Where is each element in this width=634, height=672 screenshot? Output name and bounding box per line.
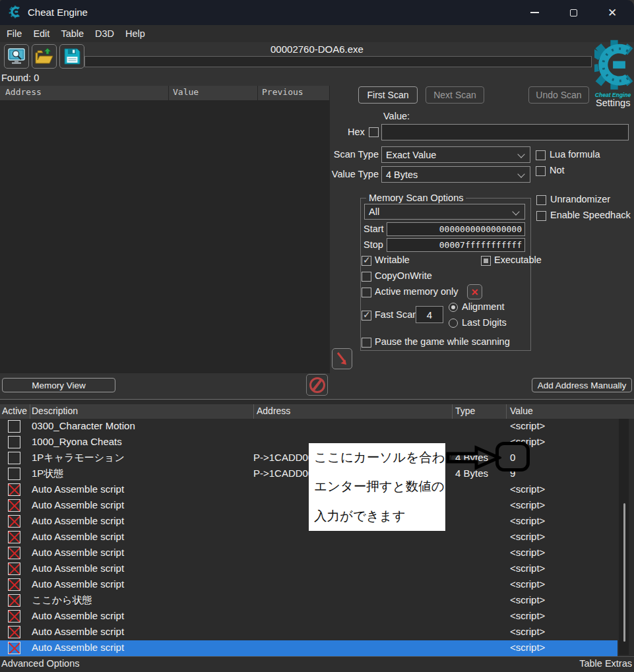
- annotation-highlight-ring: [495, 442, 530, 472]
- table-row[interactable]: Auto Assemble script<script>: [0, 530, 634, 545]
- unrandomizer-checkbox[interactable]: [536, 195, 546, 205]
- scan-type-dropdown[interactable]: Exact Value: [381, 146, 530, 163]
- found-column-address[interactable]: Address: [5, 87, 42, 97]
- active-memory-only-checkbox[interactable]: [362, 288, 371, 297]
- table-row[interactable]: Auto Assemble script<script>: [0, 561, 634, 577]
- found-column-previous[interactable]: Previous: [262, 87, 303, 97]
- column-divider: [506, 404, 507, 419]
- table-column-active[interactable]: Active: [2, 406, 27, 416]
- start-address-input[interactable]: [387, 222, 525, 236]
- table-row[interactable]: ここから状態<script>: [0, 593, 634, 609]
- fast-scan-alignment-input[interactable]: [416, 306, 443, 323]
- add-to-address-list-button[interactable]: [332, 348, 352, 369]
- active-checkbox-empty[interactable]: [8, 468, 20, 480]
- active-checkbox-crossed[interactable]: [8, 483, 20, 496]
- select-process-button[interactable]: [4, 44, 29, 69]
- writable-checkbox[interactable]: [362, 256, 371, 266]
- advanced-options-link[interactable]: Advanced Options: [1, 658, 80, 669]
- deactivate-info-button[interactable]: ✕: [467, 284, 482, 299]
- active-checkbox-crossed[interactable]: [8, 626, 20, 638]
- add-address-manually-button[interactable]: Add Address Manually: [532, 378, 632, 392]
- table-row[interactable]: Auto Assemble script<script>: [0, 625, 634, 640]
- not-checkbox[interactable]: [536, 166, 546, 176]
- fast-scan-checkbox[interactable]: [362, 311, 371, 321]
- lua-formula-checkbox[interactable]: [536, 150, 546, 160]
- row-description: Auto Assemble script: [32, 483, 124, 495]
- enable-speedhack-checkbox[interactable]: [536, 211, 546, 221]
- active-checkbox-crossed[interactable]: [8, 578, 20, 591]
- row-value: <script>: [510, 499, 545, 510]
- found-column-value[interactable]: Value: [173, 87, 199, 97]
- row-description: Auto Assemble script: [32, 642, 124, 653]
- scan-progress-bar: [84, 56, 592, 67]
- active-memory-only-label: Active memory only: [375, 286, 459, 297]
- active-checkbox-empty[interactable]: [8, 452, 20, 464]
- not-label: Not: [550, 165, 565, 175]
- table-column-type[interactable]: Type: [455, 406, 475, 416]
- table-column-description[interactable]: Description: [32, 406, 78, 416]
- table-row[interactable]: 0300_Character Motion<script>: [0, 419, 634, 435]
- first-scan-button[interactable]: First Scan: [358, 86, 418, 104]
- menu-item-file[interactable]: File: [7, 28, 22, 39]
- active-checkbox-crossed[interactable]: [8, 547, 20, 559]
- active-checkbox-crossed[interactable]: [8, 594, 20, 607]
- active-checkbox-crossed[interactable]: [8, 642, 20, 654]
- close-button[interactable]: ✕: [597, 0, 627, 25]
- unrandomizer-label: Unrandomizer: [550, 194, 610, 204]
- column-divider: [257, 86, 258, 100]
- row-description: Auto Assemble script: [32, 547, 124, 558]
- hex-checkbox[interactable]: [369, 127, 379, 137]
- stop-label: Stop: [364, 239, 383, 250]
- cheat-engine-window: Cheat Engine ✕ FileEditTableD3DHelp: [0, 0, 634, 672]
- row-value: <script>: [510, 483, 545, 495]
- memory-region-dropdown[interactable]: All: [364, 204, 525, 220]
- table-row[interactable]: Auto Assemble script<script>: [0, 609, 634, 625]
- value-type-dropdown[interactable]: 4 Bytes: [381, 166, 530, 183]
- table-scrollbar-thumb[interactable]: [623, 503, 625, 642]
- maximize-button[interactable]: [558, 0, 588, 25]
- settings-link[interactable]: Settings: [596, 98, 630, 108]
- last-digits-radio[interactable]: [449, 319, 458, 328]
- next-scan-button[interactable]: Next Scan: [426, 86, 484, 104]
- annotation-line: エンター押すと数値の: [314, 477, 445, 495]
- table-column-address[interactable]: Address: [257, 406, 290, 416]
- row-value: <script>: [510, 594, 545, 605]
- active-checkbox-crossed[interactable]: [8, 563, 20, 575]
- menu-item-table[interactable]: Table: [61, 28, 84, 39]
- row-value: <script>: [510, 531, 545, 542]
- active-checkbox-crossed[interactable]: [8, 610, 20, 623]
- executable-checkbox[interactable]: [481, 256, 491, 266]
- cheat-engine-logo[interactable]: [594, 40, 634, 95]
- active-checkbox-crossed[interactable]: [8, 515, 20, 528]
- open-table-button[interactable]: [32, 44, 57, 69]
- pause-game-checkbox[interactable]: [362, 338, 371, 348]
- stop-address-input[interactable]: [387, 238, 525, 252]
- menu-item-help[interactable]: Help: [125, 28, 145, 39]
- table-row[interactable]: Auto Assemble script<script>: [0, 640, 618, 656]
- memory-view-button[interactable]: Memory View: [2, 378, 115, 392]
- copyonwrite-checkbox[interactable]: [362, 272, 371, 282]
- row-address: P->1CADD00: [253, 452, 313, 463]
- value-type-value: 4 Bytes: [386, 169, 418, 180]
- menu-item-edit[interactable]: Edit: [33, 28, 49, 39]
- row-value: <script>: [510, 578, 545, 590]
- scan-value-input[interactable]: [381, 124, 629, 140]
- active-checkbox-empty[interactable]: [8, 420, 20, 433]
- annotation-line: 入力ができます: [314, 507, 406, 525]
- active-checkbox-crossed[interactable]: [8, 531, 20, 543]
- save-table-button[interactable]: [59, 44, 84, 69]
- cancel-scan-button[interactable]: [306, 374, 328, 396]
- undo-scan-button[interactable]: Undo Scan: [528, 86, 589, 104]
- active-checkbox-crossed[interactable]: [8, 499, 20, 512]
- table-extras-link[interactable]: Table Extras: [579, 658, 632, 669]
- minimize-button[interactable]: [519, 0, 550, 25]
- table-row[interactable]: Auto Assemble script<script>: [0, 577, 634, 593]
- found-value: 0: [34, 73, 39, 83]
- table-scrollbar-track[interactable]: [619, 419, 629, 655]
- alignment-radio[interactable]: [449, 303, 458, 312]
- toolbar: 00002760-DOA6.exe: [0, 42, 634, 73]
- menu-item-d3d[interactable]: D3D: [95, 28, 114, 39]
- table-column-value[interactable]: Value: [510, 406, 533, 416]
- table-row[interactable]: Auto Assemble script<script>: [0, 545, 634, 561]
- active-checkbox-empty[interactable]: [8, 436, 20, 448]
